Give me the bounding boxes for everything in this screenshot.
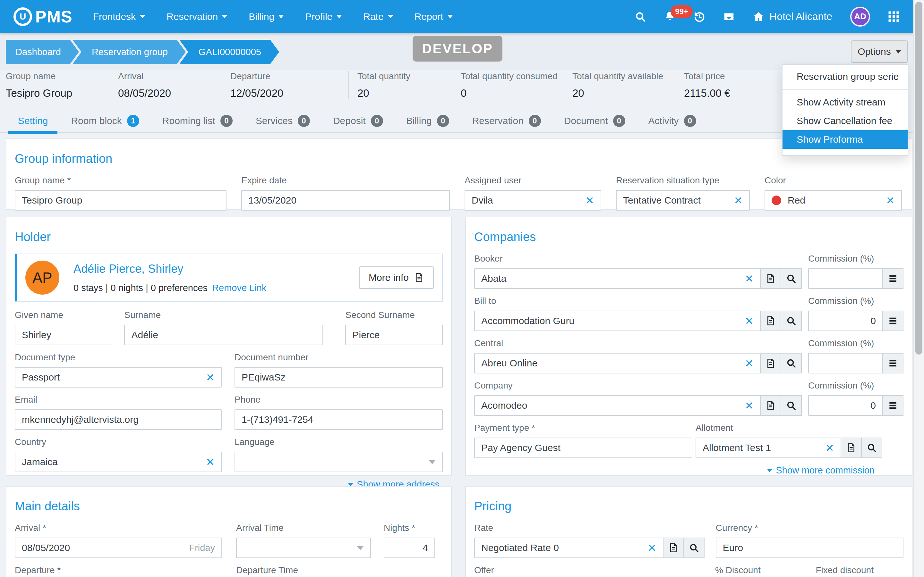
central-detail-button[interactable] <box>760 353 781 374</box>
nights-input[interactable]: 4 <box>384 538 435 558</box>
tab-room-block[interactable]: Room block1 <box>61 108 149 133</box>
history-icon[interactable] <box>694 11 705 23</box>
summary-label: Total quantity <box>357 71 454 81</box>
tab-document[interactable]: Document0 <box>554 108 635 133</box>
menu-item-show-proforma[interactable]: Show Proforma <box>782 130 908 149</box>
central-commission-input[interactable] <box>808 353 883 374</box>
breadcrumb-reservation-group[interactable]: Reservation group <box>73 40 186 64</box>
commission-options-button[interactable] <box>882 268 903 289</box>
notifications-bell[interactable]: 99+ <box>664 11 676 23</box>
clear-x-icon[interactable]: ✕ <box>825 443 834 453</box>
tab-billing[interactable]: Billing0 <box>397 108 459 133</box>
clear-x-icon[interactable]: ✕ <box>745 400 754 411</box>
commission-options-button[interactable] <box>882 395 903 416</box>
menu-item-show-cancellation-fee[interactable]: Show Cancellation fee <box>782 111 908 130</box>
rate-select[interactable]: Negotiated Rate 0✕ <box>474 538 664 558</box>
search-icon[interactable] <box>635 11 646 23</box>
clear-x-icon[interactable]: ✕ <box>206 372 215 383</box>
booker-commission-input[interactable] <box>808 268 883 289</box>
arrival-time-select[interactable] <box>236 538 371 558</box>
rate-search-button[interactable] <box>683 538 704 558</box>
clear-x-icon[interactable]: ✕ <box>648 543 656 553</box>
breadcrumb-dashboard[interactable]: Dashboard <box>6 40 79 64</box>
clear-x-icon[interactable]: ✕ <box>745 358 754 369</box>
clear-x-icon[interactable]: ✕ <box>206 457 215 467</box>
group-name-input[interactable]: Tesipro Group <box>15 190 226 211</box>
rate-detail-button[interactable] <box>663 538 684 558</box>
hotel-selector[interactable]: Hotel Alicante <box>753 11 832 23</box>
remove-link[interactable]: Remove Link <box>212 283 266 293</box>
allotment-select[interactable]: Allotment Test 1✕ <box>696 438 841 458</box>
language-select[interactable] <box>234 452 443 472</box>
inbox-icon[interactable] <box>723 11 735 23</box>
color-select[interactable]: Red✕ <box>764 190 902 211</box>
assigned-user-select[interactable]: Dvila✕ <box>465 190 601 211</box>
situation-type-select[interactable]: Tentative Contract✕ <box>616 190 750 211</box>
breadcrumb-current-id[interactable]: GALI00000005 <box>179 40 279 64</box>
apps-grid-icon[interactable] <box>888 11 900 23</box>
show-more-commission-link[interactable]: Show more commission <box>767 465 875 476</box>
booker-select[interactable]: Abata✕ <box>474 268 761 289</box>
user-avatar[interactable]: AD <box>850 7 870 27</box>
bill-to-detail-button[interactable] <box>760 311 781 331</box>
field-label: Commission (%) <box>808 296 903 306</box>
bill-to-commission-input[interactable]: 0 <box>808 311 883 331</box>
booker-search-button[interactable] <box>780 268 802 289</box>
document-icon <box>846 443 856 453</box>
tab-activity[interactable]: Activity0 <box>639 108 706 133</box>
logo-u-icon: U <box>13 7 32 26</box>
field-label: Expire date <box>241 175 450 185</box>
company-search-button[interactable] <box>780 395 802 416</box>
holder-name-link[interactable]: Adélie Pierce, Shirley <box>73 262 266 276</box>
company-commission-input[interactable]: 0 <box>808 395 883 416</box>
menu-frontdesk[interactable]: Frontdesk <box>93 11 145 22</box>
bill-to-select[interactable]: Accommodation Guru✕ <box>474 311 761 331</box>
central-search-button[interactable] <box>780 353 802 374</box>
given-name-input[interactable]: Shirley <box>15 325 112 345</box>
company-select[interactable]: Acomodeo✕ <box>474 395 761 416</box>
menu-rate[interactable]: Rate <box>363 11 393 22</box>
clear-x-icon[interactable]: ✕ <box>886 195 895 206</box>
surname-input[interactable]: Adélie <box>124 325 323 345</box>
second-surname-input[interactable]: Pierce <box>345 325 443 345</box>
country-select[interactable]: Jamaica✕ <box>15 452 222 472</box>
currency-input[interactable]: Euro <box>716 538 903 558</box>
tab-reservation[interactable]: Reservation0 <box>463 108 551 133</box>
arrival-date-input[interactable]: 08/05/2020Friday <box>15 538 222 558</box>
email-input[interactable]: mkennedyhj@altervista.org <box>15 409 222 430</box>
menu-item-reservation-group-serie[interactable]: Reservation group serie <box>782 67 908 86</box>
booker-detail-button[interactable] <box>760 268 781 289</box>
commission-options-button[interactable] <box>882 353 903 374</box>
allotment-search-button[interactable] <box>861 438 882 458</box>
bill-to-search-button[interactable] <box>780 311 802 331</box>
clear-x-icon[interactable]: ✕ <box>585 195 594 206</box>
menu-item-show-activity-stream[interactable]: Show Activity stream <box>782 93 908 111</box>
document-type-select[interactable]: Passport✕ <box>15 367 222 388</box>
tab-services[interactable]: Services0 <box>246 108 320 133</box>
tab-rooming-list[interactable]: Rooming list0 <box>153 108 242 133</box>
phone-input[interactable]: 1-(713)491-7254 <box>234 409 443 430</box>
clear-x-icon[interactable]: ✕ <box>745 316 754 326</box>
menu-reservation[interactable]: Reservation <box>166 11 228 22</box>
tab-deposit[interactable]: Deposit0 <box>323 108 393 133</box>
clear-x-icon[interactable]: ✕ <box>745 274 754 284</box>
menu-report[interactable]: Report <box>415 11 453 22</box>
vertical-scrollbar[interactable] <box>913 0 924 577</box>
detail-tabs: Setting Room block1 Rooming list0 Servic… <box>0 108 913 133</box>
more-info-button[interactable]: More info <box>359 266 434 289</box>
options-button[interactable]: Options <box>851 40 908 63</box>
tab-setting[interactable]: Setting <box>8 108 57 133</box>
commission-options-button[interactable] <box>882 311 903 331</box>
payment-type-input[interactable]: Pay Agency Guest <box>474 438 692 458</box>
caret-down-icon <box>447 15 453 18</box>
central-select[interactable]: Abreu Online✕ <box>474 353 761 374</box>
document-number-input[interactable]: PEqiwaSz <box>234 367 443 388</box>
app-logo[interactable]: U PMS <box>13 7 73 26</box>
clear-x-icon[interactable]: ✕ <box>734 195 743 206</box>
menu-profile[interactable]: Profile <box>305 11 342 22</box>
company-detail-button[interactable] <box>760 395 781 416</box>
menu-billing[interactable]: Billing <box>249 11 284 22</box>
scrollbar-thumb[interactable] <box>915 2 922 355</box>
expire-date-input[interactable]: 13/05/2020 <box>241 190 450 211</box>
allotment-detail-button[interactable] <box>841 438 862 458</box>
